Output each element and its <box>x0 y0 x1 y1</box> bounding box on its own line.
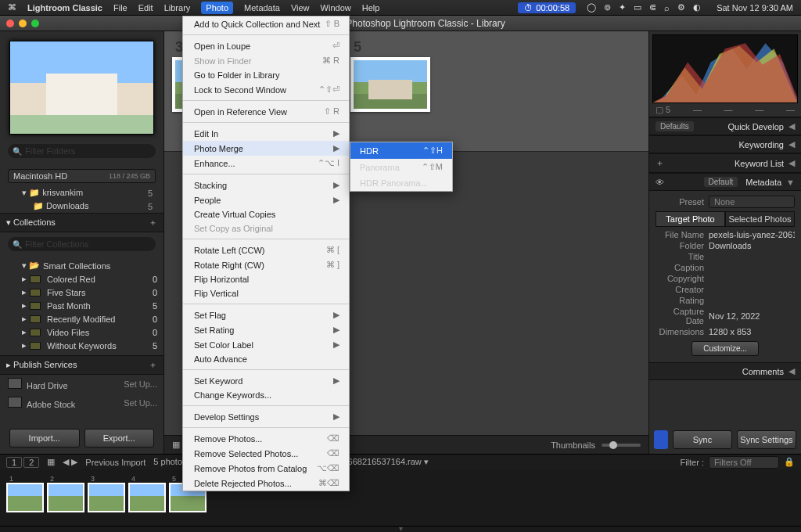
drive-row[interactable]: Macintosh HD118 / 245 GB <box>8 169 156 183</box>
control-center-icon[interactable]: ⚙ <box>677 2 685 13</box>
menu-item[interactable]: Develop Settings▶ <box>183 409 349 424</box>
add-publish-icon[interactable]: ＋ <box>149 359 157 371</box>
publish-service-item[interactable]: Hard DriveSet Up... <box>0 375 163 394</box>
add-collection-icon[interactable]: ＋ <box>149 217 157 228</box>
menu-window[interactable]: Window <box>321 3 351 13</box>
collections-header[interactable]: ▾ Collections＋ <box>0 213 163 232</box>
keyword-list-header[interactable]: ＋Keyword List◀ <box>649 153 801 173</box>
grid-icon[interactable]: ▦ <box>47 457 55 467</box>
menu-item[interactable]: Auto Advance <box>183 352 349 366</box>
folder-item[interactable]: ▾ 📁 krisvankim5 <box>5 186 159 200</box>
preview-image[interactable] <box>9 41 154 135</box>
smart-collections-head[interactable]: ▾ 📂 Smart Collections <box>5 259 159 272</box>
menu-item[interactable]: Create Virtual Copies <box>183 207 349 221</box>
filter-select[interactable]: Filters Off <box>709 456 779 469</box>
menu-item[interactable]: Set Flag▶ <box>183 307 349 322</box>
menu-item[interactable]: Rotate Right (CW)⌘ ] <box>183 257 349 272</box>
close-button[interactable] <box>6 20 14 27</box>
menu-library[interactable]: Library <box>164 3 191 13</box>
smart-collection-item[interactable]: ▸ Colored Red0 <box>5 272 159 286</box>
menu-help[interactable]: Help <box>362 3 380 13</box>
menu-item[interactable]: Delete Rejected Photos...⌘⌫ <box>183 476 349 491</box>
smart-collection-item[interactable]: ▸ Past Month5 <box>5 299 159 312</box>
sync-switch[interactable] <box>654 430 668 449</box>
tab-selected-photos[interactable]: Selected Photos <box>725 211 795 227</box>
filter-lock-icon[interactable]: 🔒 <box>784 457 795 467</box>
menu-item[interactable]: Go to Folder in Library <box>183 68 349 82</box>
filmstrip-thumb[interactable]: 4 <box>128 483 166 512</box>
menu-item[interactable]: Set Keyword▶ <box>183 373 349 388</box>
tab-target-photo[interactable]: Target Photo <box>656 211 725 227</box>
search-icon[interactable]: ⌕ <box>664 3 670 13</box>
source-label[interactable]: Previous Import <box>85 458 145 467</box>
smart-collection-item[interactable]: ▸ Video Files0 <box>5 325 159 339</box>
folder-item[interactable]: 📁 Downloads5 <box>5 200 159 213</box>
menu-item[interactable]: Stacking▶ <box>183 178 349 192</box>
metadata-value[interactable]: 1280 x 853 <box>709 327 795 336</box>
metadata-value[interactable]: pexels-luis-yanez-206172_16682165371 <box>709 230 795 239</box>
keywording-header[interactable]: Keywording◀ <box>649 135 801 153</box>
customize-button[interactable]: Customize... <box>691 341 759 356</box>
menu-item[interactable]: Flip Horizontal <box>183 272 349 286</box>
quick-develop-header[interactable]: DefaultsQuick Develop◀ <box>649 117 801 135</box>
menu-photo[interactable]: Photo <box>201 2 233 14</box>
menu-item[interactable]: Edit In▶ <box>183 126 349 141</box>
menu-item[interactable]: Photo Merge▶ <box>183 141 349 156</box>
timer-badge[interactable]: ⏱ 00:00:58 <box>518 2 576 13</box>
maximize-button[interactable] <box>31 20 39 27</box>
menu-item[interactable]: Open in Reference View⇧ R <box>183 104 349 119</box>
status-icon[interactable]: ✦ <box>619 2 626 13</box>
cloud-icon[interactable]: ◯ <box>587 2 596 13</box>
preset-select[interactable]: None <box>709 196 795 208</box>
filmstrip-thumb[interactable]: 3 <box>88 483 125 512</box>
smart-collection-item[interactable]: ▸ Recently Modified0 <box>5 312 159 325</box>
menu-metadata[interactable]: Metadata <box>244 3 280 13</box>
display-icon[interactable]: ▭ <box>634 2 641 13</box>
folder-filter-input[interactable]: 🔍 Filter Folders <box>8 144 156 158</box>
submenu-item[interactable]: HDR Panorama... <box>350 175 452 191</box>
smart-collection-item[interactable]: ▸ Five Stars0 <box>5 286 159 299</box>
menu-item[interactable]: Set Color Label▶ <box>183 337 349 352</box>
app-name[interactable]: Lightroom Classic <box>27 3 102 13</box>
menu-item[interactable]: Remove Selected Photos...⌫ <box>183 446 349 461</box>
export-button[interactable]: Export... <box>84 429 155 448</box>
histogram[interactable] <box>652 34 798 103</box>
comments-header[interactable]: Comments◀ <box>649 362 801 380</box>
sync-button[interactable]: Sync <box>673 430 732 449</box>
sync-settings-button[interactable]: Sync Settings <box>737 430 796 449</box>
grid-cell[interactable]: 5 <box>350 39 430 112</box>
apple-icon[interactable]: ⌘ <box>8 2 16 13</box>
thumbnail-size-slider[interactable] <box>602 444 641 447</box>
menu-view[interactable]: View <box>291 3 310 13</box>
menu-file[interactable]: File <box>113 3 128 13</box>
menu-edit[interactable]: Edit <box>138 3 153 13</box>
metadata-value[interactable]: Downloads <box>709 241 795 250</box>
import-button[interactable]: Import... <box>9 429 80 448</box>
menu-item[interactable]: Lock to Second Window⌃⇧⏎ <box>183 82 349 97</box>
menu-item[interactable]: Enhance...⌃⌥ I <box>183 156 349 171</box>
menu-item[interactable]: Flip Vertical <box>183 286 349 300</box>
filmstrip-thumb[interactable]: 1 <box>6 483 44 512</box>
menu-item[interactable]: Remove Photos from Catalog⌥⌫ <box>183 461 349 476</box>
grid-mode-icon[interactable]: ▦ <box>172 440 180 450</box>
display-1[interactable]: 1 <box>6 457 22 468</box>
wifi-icon[interactable]: ⋐ <box>649 2 656 13</box>
menu-item[interactable]: Change Keywords... <box>183 388 349 402</box>
siri-icon[interactable]: ◐ <box>693 2 701 13</box>
filmstrip-thumb[interactable]: 2 <box>47 483 84 512</box>
metadata-value[interactable]: Nov 12, 2022 <box>709 311 795 321</box>
menu-item[interactable]: Open in Loupe⏎ <box>183 38 349 53</box>
publish-service-item[interactable]: Adobe StockSet Up... <box>0 394 163 412</box>
submenu-item[interactable]: Panorama⌃⇧M <box>350 159 452 175</box>
minimize-button[interactable] <box>19 20 27 27</box>
publish-header[interactable]: ▸ Publish Services＋ <box>0 355 163 375</box>
display-2[interactable]: 2 <box>23 457 39 468</box>
submenu-item[interactable]: HDR⌃⇧H <box>350 142 452 159</box>
metadata-header[interactable]: 👁DefaultMetadata▼ <box>649 173 801 191</box>
menu-item[interactable]: Rotate Left (CCW)⌘ [ <box>183 243 349 257</box>
cc-icon[interactable]: ⊚ <box>604 2 611 13</box>
collection-filter-input[interactable]: 🔍 Filter Collections <box>8 237 156 251</box>
panel-toggle-bottom[interactable] <box>0 526 801 532</box>
smart-collection-item[interactable]: ▸ Without Keywords5 <box>5 339 159 352</box>
menu-item[interactable]: Add to Quick Collection and Next⇧ B <box>183 16 349 31</box>
